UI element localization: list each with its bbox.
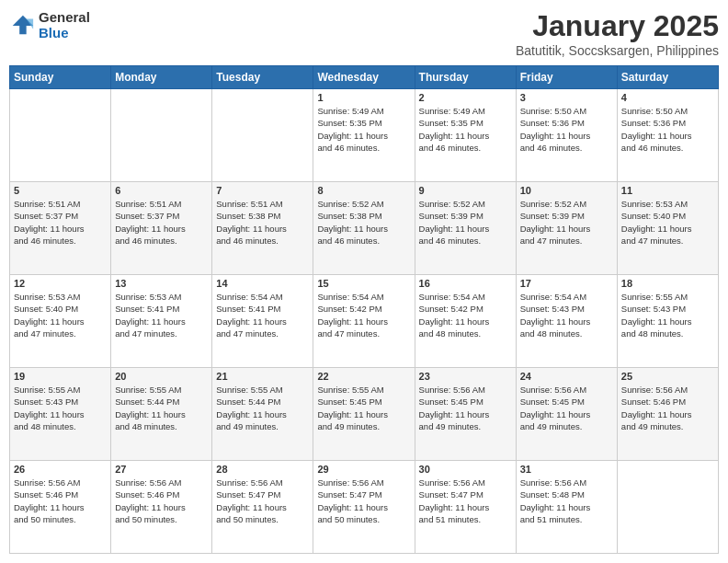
day-number: 8 [317, 185, 410, 196]
calendar-cell: 9Sunrise: 5:52 AMSunset: 5:39 PMDaylight… [415, 182, 516, 275]
day-number: 15 [317, 278, 410, 289]
sunrise-info: Sunrise: 5:56 AM [216, 477, 309, 488]
daylight-info: Daylight: 11 hours [14, 408, 107, 420]
sunrise-info: Sunrise: 5:56 AM [14, 477, 107, 488]
sunset-info: Sunset: 5:45 PM [419, 396, 512, 408]
daylight-info: and 49 minutes. [621, 420, 714, 432]
weekday-header-wednesday: Wednesday [313, 66, 415, 89]
calendar-table: SundayMondayTuesdayWednesdayThursdayFrid… [9, 65, 719, 554]
calendar-cell: 31Sunrise: 5:56 AMSunset: 5:48 PMDayligh… [516, 461, 617, 554]
daylight-info: Daylight: 11 hours [520, 501, 613, 513]
weekday-header-tuesday: Tuesday [212, 66, 313, 89]
calendar-title: January 2025 [516, 9, 719, 43]
daylight-info: and 49 minutes. [419, 420, 512, 432]
calendar-subtitle: Batutitik, Soccsksargen, Philippines [516, 43, 719, 58]
daylight-info: Daylight: 11 hours [216, 408, 309, 420]
daylight-info: Daylight: 11 hours [520, 130, 613, 142]
calendar-cell: 28Sunrise: 5:56 AMSunset: 5:47 PMDayligh… [212, 461, 313, 554]
daylight-info: and 48 minutes. [419, 327, 512, 339]
calendar-cell: 23Sunrise: 5:56 AMSunset: 5:45 PMDayligh… [415, 368, 516, 461]
day-info: Sunrise: 5:56 AMSunset: 5:46 PMDaylight:… [621, 384, 714, 432]
day-info: Sunrise: 5:56 AMSunset: 5:46 PMDaylight:… [14, 477, 107, 525]
daylight-info: Daylight: 11 hours [520, 408, 613, 420]
daylight-info: Daylight: 11 hours [419, 223, 512, 235]
sunrise-info: Sunrise: 5:50 AM [520, 105, 613, 117]
calendar-cell: 26Sunrise: 5:56 AMSunset: 5:46 PMDayligh… [10, 461, 111, 554]
calendar-cell: 1Sunrise: 5:49 AMSunset: 5:35 PMDaylight… [313, 89, 415, 182]
sunrise-info: Sunrise: 5:55 AM [216, 384, 309, 396]
day-info: Sunrise: 5:49 AMSunset: 5:35 PMDaylight:… [419, 105, 512, 154]
sunrise-info: Sunrise: 5:50 AM [621, 105, 714, 117]
sunrise-info: Sunrise: 5:55 AM [115, 384, 208, 396]
sunrise-info: Sunrise: 5:49 AM [317, 105, 410, 117]
sunset-info: Sunset: 5:39 PM [520, 210, 613, 222]
day-number: 3 [520, 92, 613, 103]
weekday-header-sunday: Sunday [10, 66, 111, 89]
day-number: 9 [419, 185, 512, 196]
day-number: 29 [317, 464, 410, 475]
daylight-info: and 47 minutes. [621, 235, 714, 247]
daylight-info: and 47 minutes. [14, 327, 107, 339]
calendar-cell: 11Sunrise: 5:53 AMSunset: 5:40 PMDayligh… [617, 182, 718, 275]
sunrise-info: Sunrise: 5:54 AM [419, 291, 512, 303]
logo-general: General [39, 9, 90, 25]
calendar-cell: 4Sunrise: 5:50 AMSunset: 5:36 PMDaylight… [617, 89, 718, 182]
day-info: Sunrise: 5:54 AMSunset: 5:43 PMDaylight:… [520, 291, 613, 339]
day-info: Sunrise: 5:56 AMSunset: 5:45 PMDaylight:… [419, 384, 512, 432]
sunrise-info: Sunrise: 5:54 AM [216, 291, 309, 303]
weekday-header-friday: Friday [516, 66, 617, 89]
weekday-header-monday: Monday [111, 66, 212, 89]
calendar-cell: 10Sunrise: 5:52 AMSunset: 5:39 PMDayligh… [516, 182, 617, 275]
calendar-cell: 7Sunrise: 5:51 AMSunset: 5:38 PMDaylight… [212, 182, 313, 275]
sunrise-info: Sunrise: 5:51 AM [115, 198, 208, 210]
logo-icon [9, 12, 35, 38]
sunset-info: Sunset: 5:37 PM [115, 210, 208, 222]
daylight-info: and 47 minutes. [216, 327, 309, 339]
daylight-info: and 46 minutes. [115, 235, 208, 247]
daylight-info: Daylight: 11 hours [317, 408, 410, 420]
calendar-week-4: 19Sunrise: 5:55 AMSunset: 5:43 PMDayligh… [10, 368, 719, 461]
sunrise-info: Sunrise: 5:53 AM [115, 291, 208, 303]
day-info: Sunrise: 5:55 AMSunset: 5:43 PMDaylight:… [14, 384, 107, 432]
day-info: Sunrise: 5:50 AMSunset: 5:36 PMDaylight:… [621, 105, 714, 154]
calendar-cell: 24Sunrise: 5:56 AMSunset: 5:45 PMDayligh… [516, 368, 617, 461]
sunrise-info: Sunrise: 5:56 AM [520, 477, 613, 488]
daylight-info: Daylight: 11 hours [115, 316, 208, 327]
page: General Blue January 2025 Batutitik, Soc… [0, 0, 728, 563]
calendar-cell [111, 89, 212, 182]
day-number: 19 [14, 371, 107, 382]
day-number: 5 [14, 185, 107, 196]
sunset-info: Sunset: 5:47 PM [419, 488, 512, 500]
day-info: Sunrise: 5:56 AMSunset: 5:47 PMDaylight:… [419, 477, 512, 525]
calendar-header: SundayMondayTuesdayWednesdayThursdayFrid… [10, 66, 719, 89]
weekday-header-saturday: Saturday [617, 66, 718, 89]
daylight-info: and 50 minutes. [115, 513, 208, 525]
sunrise-info: Sunrise: 5:55 AM [621, 291, 714, 303]
calendar-cell: 5Sunrise: 5:51 AMSunset: 5:37 PMDaylight… [10, 182, 111, 275]
sunset-info: Sunset: 5:42 PM [317, 303, 410, 315]
daylight-info: and 46 minutes. [317, 235, 410, 247]
daylight-info: Daylight: 11 hours [317, 130, 410, 142]
sunset-info: Sunset: 5:36 PM [621, 117, 714, 129]
calendar-cell: 30Sunrise: 5:56 AMSunset: 5:47 PMDayligh… [415, 461, 516, 554]
sunset-info: Sunset: 5:35 PM [419, 117, 512, 129]
day-number: 1 [317, 92, 410, 103]
sunset-info: Sunset: 5:42 PM [419, 303, 512, 315]
sunset-info: Sunset: 5:40 PM [621, 210, 714, 222]
day-number: 6 [115, 185, 208, 196]
sunset-info: Sunset: 5:46 PM [115, 488, 208, 500]
daylight-info: and 50 minutes. [216, 513, 309, 525]
day-info: Sunrise: 5:52 AMSunset: 5:38 PMDaylight:… [317, 198, 410, 247]
sunrise-info: Sunrise: 5:54 AM [520, 291, 613, 303]
sunset-info: Sunset: 5:38 PM [216, 210, 309, 222]
daylight-info: and 48 minutes. [621, 327, 714, 339]
day-number: 18 [621, 278, 714, 289]
sunset-info: Sunset: 5:46 PM [14, 488, 107, 500]
daylight-info: Daylight: 11 hours [621, 223, 714, 235]
calendar-cell: 3Sunrise: 5:50 AMSunset: 5:36 PMDaylight… [516, 89, 617, 182]
weekday-header-row: SundayMondayTuesdayWednesdayThursdayFrid… [10, 66, 719, 89]
sunset-info: Sunset: 5:47 PM [317, 488, 410, 500]
day-info: Sunrise: 5:50 AMSunset: 5:36 PMDaylight:… [520, 105, 613, 154]
daylight-info: and 51 minutes. [520, 513, 613, 525]
day-info: Sunrise: 5:51 AMSunset: 5:37 PMDaylight:… [115, 198, 208, 247]
